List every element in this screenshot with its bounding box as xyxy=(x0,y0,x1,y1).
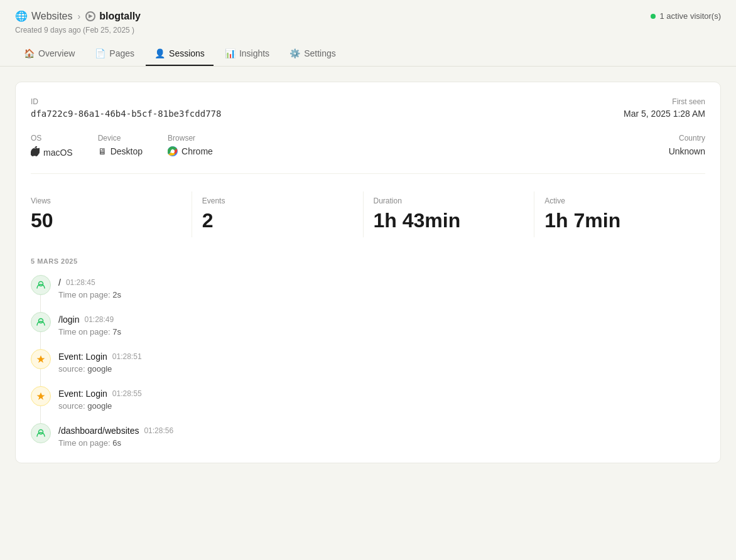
apple-icon xyxy=(31,146,40,158)
country-label: Country xyxy=(669,134,705,143)
active-label: Active xyxy=(544,197,695,205)
created-subtitle: Created 9 days ago (Feb 25, 2025 ) xyxy=(0,24,736,42)
stats-row: Views 50 Events 2 Duration 1h 43min Acti… xyxy=(31,191,705,237)
timeline-content: / 01:28:45 Time on page: 2s xyxy=(58,275,121,299)
timeline-detail: Time on page: 7s xyxy=(58,327,121,337)
timeline-icon-page-view xyxy=(31,312,51,332)
tab-sessions[interactable]: 👤 Sessions xyxy=(146,42,214,66)
timeline-icon-event xyxy=(31,349,51,369)
first-seen-label: First seen xyxy=(624,97,705,106)
timeline-title-row: Event: Login 01:28:55 xyxy=(58,389,142,399)
events-value: 2 xyxy=(202,209,353,232)
timeline-icon-page-view xyxy=(31,423,51,443)
site-name: blogtally xyxy=(99,11,141,22)
timeline-content: /login 01:28:49 Time on page: 7s xyxy=(58,312,121,337)
session-card: ID dfa722c9-86a1-46b4-b5cf-81be3fcdd778 … xyxy=(15,82,721,463)
timeline-path: /login xyxy=(58,315,79,325)
browser-item: Browser Chrome xyxy=(168,134,213,158)
timeline-content: /dashboard/websites 01:28:56 Time on pag… xyxy=(58,423,173,448)
country-item: Country Unknown xyxy=(669,134,705,158)
svg-point-3 xyxy=(39,282,43,286)
timeline-time: 01:28:45 xyxy=(66,278,95,287)
timeline-date: 5 MARS 2025 xyxy=(31,257,705,265)
timeline-detail: source: google xyxy=(58,401,142,411)
timeline-time: 01:28:55 xyxy=(112,389,142,398)
timeline-path: Event: Login xyxy=(58,389,107,399)
websites-label: Websites xyxy=(31,11,73,22)
active-visitors-count: 1 active visitor(s) xyxy=(659,11,721,21)
views-label: Views xyxy=(31,197,181,205)
chrome-icon xyxy=(168,146,178,156)
timeline-detail: Time on page: 6s xyxy=(58,438,173,448)
device-info: OS macOS Device 🖥 Desktop Browser xyxy=(31,134,705,174)
active-value: 1h 7min xyxy=(544,209,695,232)
timeline-icon-event xyxy=(31,386,51,406)
tab-pages[interactable]: 📄 Pages xyxy=(86,42,143,66)
sessions-icon: 👤 xyxy=(154,48,165,58)
breadcrumb-separator: › xyxy=(78,11,81,21)
timeline-content: Event: Login 01:28:55 source: google xyxy=(58,386,142,411)
duration-label: Duration xyxy=(374,197,524,205)
stat-duration: Duration 1h 43min xyxy=(364,191,535,237)
views-value: 50 xyxy=(31,209,181,232)
browser-label: Browser xyxy=(168,134,213,143)
timeline-item: Event: Login 01:28:55 source: google xyxy=(31,386,705,411)
device-label: Device xyxy=(98,134,143,143)
websites-link[interactable]: 🌐 Websites xyxy=(15,10,73,22)
tab-overview[interactable]: 🏠 Overview xyxy=(15,42,84,66)
timeline-item: / 01:28:45 Time on page: 2s xyxy=(31,275,705,299)
timeline-icon-page-view xyxy=(31,275,51,295)
browser-value: Chrome xyxy=(168,146,213,156)
timeline-container: / 01:28:45 Time on page: 2s /login 01:28… xyxy=(31,275,705,448)
first-seen-value: Mar 5, 2025 1:28 AM xyxy=(624,109,705,119)
active-visitors-badge: 1 active visitor(s) xyxy=(651,11,721,21)
tab-insights[interactable]: 📊 Insights xyxy=(216,42,278,66)
timeline-time: 01:28:49 xyxy=(84,315,114,324)
events-label: Events xyxy=(202,197,353,205)
stat-events: Events 2 xyxy=(192,191,364,237)
device-value: 🖥 Desktop xyxy=(98,146,143,156)
id-value: dfa722c9-86a1-46b4-b5cf-81be3fcdd778 xyxy=(31,109,221,119)
settings-icon: ⚙️ xyxy=(290,48,300,58)
timeline-detail: Time on page: 2s xyxy=(58,290,121,299)
nav-tabs: 🏠 Overview 📄 Pages 👤 Sessions 📊 Insights… xyxy=(0,42,736,67)
session-id-section: ID dfa722c9-86a1-46b4-b5cf-81be3fcdd778 xyxy=(31,97,221,119)
timeline-detail: source: google xyxy=(58,364,142,374)
timeline-title-row: / 01:28:45 xyxy=(58,277,121,288)
first-seen-section: First seen Mar 5, 2025 1:28 AM xyxy=(624,97,705,119)
home-icon: 🏠 xyxy=(24,48,35,58)
active-dot-icon xyxy=(651,14,656,19)
insights-icon: 📊 xyxy=(225,48,235,58)
id-label: ID xyxy=(31,97,221,106)
timeline-item: Event: Login 01:28:51 source: google xyxy=(31,349,705,374)
play-icon: ▶ xyxy=(85,11,95,21)
timeline-path: Event: Login xyxy=(58,352,107,362)
session-header: ID dfa722c9-86a1-46b4-b5cf-81be3fcdd778 … xyxy=(31,97,705,119)
os-item: OS macOS xyxy=(31,134,73,158)
timeline-title-row: /login 01:28:49 xyxy=(58,315,121,325)
timeline-path: / xyxy=(58,277,61,288)
svg-point-5 xyxy=(39,430,43,434)
stat-views: Views 50 xyxy=(31,191,192,237)
timeline-time: 01:28:51 xyxy=(112,352,142,361)
timeline-item: /login 01:28:49 Time on page: 7s xyxy=(31,312,705,337)
main-content: ID dfa722c9-86a1-46b4-b5cf-81be3fcdd778 … xyxy=(0,67,736,478)
svg-point-4 xyxy=(39,319,43,323)
os-label: OS xyxy=(31,134,73,143)
country-value: Unknown xyxy=(669,146,705,156)
breadcrumb: 🌐 Websites › ▶ blogtally xyxy=(15,10,141,22)
duration-value: 1h 43min xyxy=(374,209,524,232)
stat-active: Active 1h 7min xyxy=(534,191,705,237)
timeline-title-row: Event: Login 01:28:51 xyxy=(58,352,142,362)
timeline-item: /dashboard/websites 01:28:56 Time on pag… xyxy=(31,423,705,448)
timeline-title-row: /dashboard/websites 01:28:56 xyxy=(58,426,173,436)
desktop-icon: 🖥 xyxy=(98,146,107,156)
timeline-content: Event: Login 01:28:51 source: google xyxy=(58,349,142,374)
os-value: macOS xyxy=(31,146,73,158)
created-text: Created 9 days ago (Feb 25, 2025 ) xyxy=(15,26,134,35)
tab-settings[interactable]: ⚙️ Settings xyxy=(281,42,345,66)
pages-icon: 📄 xyxy=(95,48,106,58)
timeline-path: /dashboard/websites xyxy=(58,426,139,436)
timeline-time: 01:28:56 xyxy=(144,426,173,435)
globe-icon: 🌐 xyxy=(15,10,28,22)
